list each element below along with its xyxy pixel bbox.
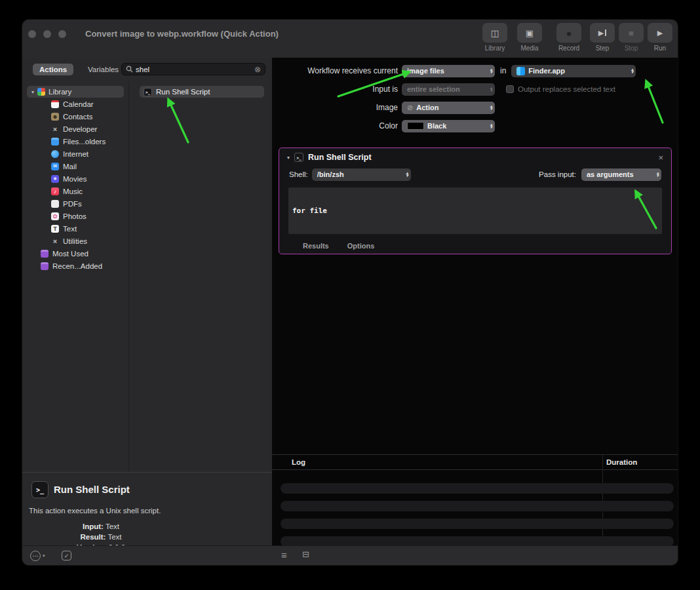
duration-column-header: Duration [606, 458, 637, 466]
sidebar-item-calendar[interactable]: Calendar [22, 98, 128, 110]
sidebar-item-label: Most Used [52, 250, 88, 258]
input-info-line: Input: Text [22, 521, 180, 532]
sidebar-item-label: Internet [63, 150, 88, 158]
titlebar: Convert image to webp.workflow (Quick Ac… [22, 20, 678, 58]
pdf-icon [51, 200, 59, 208]
chevron-down-icon[interactable]: ▾ [31, 89, 34, 95]
description-info: Input: Text Result: Text Version: 2.0.3 [22, 521, 180, 545]
pass-input-popup[interactable]: as arguments ▴▾ [581, 168, 661, 181]
sidebar-item-label: Movies [63, 175, 87, 183]
color-swatch [407, 122, 424, 130]
application-popup[interactable]: Finder.app ▴▾ [511, 65, 636, 77]
mail-icon: ✉ [51, 163, 59, 170]
image-label: Image [272, 103, 398, 112]
overflow-menu-button[interactable]: ⋯ ▾ [30, 551, 45, 561]
columns-view-button[interactable]: ⊟ [302, 549, 309, 559]
chevron-down-icon[interactable]: ▾ [287, 155, 290, 161]
pass-input-label: Pass input: [539, 170, 576, 178]
terminal-icon: >_ [31, 481, 49, 498]
step-icon: ▶ [590, 23, 615, 43]
library-icon [37, 88, 45, 96]
popup-chevrons-icon: ▴▾ [406, 172, 408, 178]
sidebar-item-pdfs[interactable]: PDFs [22, 197, 128, 210]
action-footer-tabs: Results Options [279, 242, 671, 250]
in-label: in [500, 66, 506, 75]
image-popup[interactable]: ⊘ Action ▴▾ [402, 102, 495, 114]
shell-popup[interactable]: /bin/zsh ▴▾ [312, 168, 411, 181]
workflow-receives-row: Workflow receives current image files ▴▾… [272, 62, 678, 80]
automator-window: Convert image to webp.workflow (Quick Ac… [22, 20, 678, 565]
search-input[interactable] [136, 66, 252, 73]
calendar-icon [51, 100, 59, 108]
popup-chevrons-icon: ▴▾ [657, 172, 659, 178]
globe-icon [51, 150, 59, 158]
sidebar-item-contacts[interactable]: ☻ Contacts [22, 110, 128, 123]
sidebar-item-text[interactable]: T Text [22, 222, 128, 235]
terminal-icon: >_ [294, 153, 303, 162]
popup-chevrons-icon: ▴▾ [490, 123, 492, 129]
sidebar-item-internet[interactable]: Internet [22, 148, 128, 160]
window-title: Convert image to webp.workflow (Quick Ac… [85, 29, 279, 39]
workflow-check-button[interactable]: ✓ [62, 551, 71, 560]
zoom-traffic-light[interactable] [58, 30, 66, 38]
result-info-line: Result: Text [22, 532, 180, 542]
action-title: Run Shell Script [308, 153, 372, 162]
sidebar-item-label: Photos [63, 212, 87, 220]
results-tab[interactable]: Results [303, 242, 329, 250]
sidebar-item-recently-added[interactable]: Recen...Added [22, 260, 128, 272]
sidebar-item-photos[interactable]: ✿ Photos [22, 210, 128, 222]
options-tab[interactable]: Options [347, 242, 375, 250]
toolbar-button-label: Media [520, 45, 538, 52]
sidebar-item-label: Calendar [63, 100, 94, 108]
sidebar-item-music[interactable]: ♪ Music [22, 185, 128, 197]
record-icon: ● [556, 23, 581, 43]
sidebar-item-label: Contacts [63, 113, 92, 121]
popup-chevrons-icon: ▴▾ [490, 105, 492, 111]
sidebar-item-files-folders[interactable]: Files...olders [22, 135, 128, 148]
toolbar: ◫ Library ▣ Media ● Record ▶ Step ■ Stop… [482, 23, 672, 52]
minimize-traffic-light[interactable] [43, 30, 51, 38]
sidebar-item-label: PDFs [63, 200, 82, 208]
action-result-label: Run Shell Script [156, 88, 210, 96]
stop-toolbar-button: ■ Stop [619, 23, 644, 52]
ellipsis-icon: ⋯ [30, 551, 41, 561]
record-toolbar-button[interactable]: ● Record [556, 23, 581, 52]
search-field[interactable]: ⊗ [121, 63, 265, 75]
sidebar-item-label: Developer [63, 125, 97, 133]
tab-actions[interactable]: Actions [33, 64, 73, 75]
log-header-row: Log Duration [272, 454, 678, 470]
receives-popup[interactable]: image files ▴▾ [402, 65, 495, 77]
run-toolbar-button[interactable]: ▶ Run [648, 23, 672, 52]
code-line: for file [292, 206, 658, 216]
toolbar-button-label: Stop [625, 45, 638, 52]
media-toolbar-button[interactable]: ▣ Media [517, 23, 542, 52]
close-traffic-light[interactable] [28, 30, 36, 38]
tab-variables[interactable]: Variables [83, 64, 124, 75]
photos-icon: ✿ [51, 212, 59, 220]
sidebar-item-library[interactable]: ▾ Library [27, 86, 124, 98]
sidebar-item-movies[interactable]: ★ Movies [22, 172, 128, 185]
utilities-icon: × [51, 237, 59, 245]
log-row [281, 501, 674, 511]
search-icon [126, 66, 133, 73]
close-action-icon[interactable]: × [658, 153, 663, 162]
action-image-icon: ⊘ [407, 104, 413, 112]
terminal-icon: >_ [144, 88, 152, 96]
toolbar-button-label: Step [596, 45, 610, 52]
color-popup[interactable]: Black ▴▾ [402, 120, 495, 132]
sidebar-item-label: Files...olders [63, 138, 106, 146]
search-results-list: >_ Run Shell Script [129, 81, 272, 472]
smart-folder-icon [41, 262, 49, 270]
sidebar-item-utilities[interactable]: × Utilities [22, 235, 128, 247]
library-toolbar-button[interactable]: ◫ Library [482, 23, 507, 52]
code-line: do [292, 233, 658, 235]
sidebar-item-developer[interactable]: × Developer [22, 123, 128, 135]
sidebar-item-mail[interactable]: ✉ Mail [22, 160, 128, 172]
step-toolbar-button[interactable]: ▶ Step [590, 23, 615, 52]
list-view-button[interactable]: ≡ [281, 549, 287, 560]
action-result-run-shell-script[interactable]: >_ Run Shell Script [140, 86, 264, 98]
clear-search-icon[interactable]: ⊗ [254, 66, 261, 73]
sidebar-item-most-used[interactable]: Most Used [22, 247, 128, 260]
shell-script-editor[interactable]: for file do /opt/homebrew/bin/cwebp -los… [288, 187, 662, 234]
run-icon: ▶ [648, 23, 672, 43]
